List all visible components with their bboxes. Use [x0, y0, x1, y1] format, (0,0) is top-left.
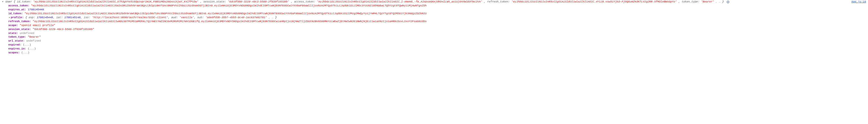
property-key: access_token: [8, 4, 28, 7]
preview-value: 'Bearer': [701, 0, 714, 3]
preview-key: id_token: [17, 0, 30, 3]
chevron-right-icon[interactable]: [8, 16, 11, 20]
property-row[interactable]: refresh_token: "eyJhbGciOiJIUzI1NiIsInR5…: [8, 20, 868, 24]
preview-ellipsis: , …: [716, 0, 721, 3]
property-value: "eyJhbGciOiJSUzI1NiIsInR5cCIgOiAiSldUIiw…: [25, 12, 427, 15]
property-value: undefined: [26, 40, 41, 42]
property-key: profile: [11, 16, 22, 19]
preview-pair: access_token: 'eyJhbGciOiJSUzI1NiIsInR5c…: [294, 0, 484, 3]
property-key: token_type: [8, 35, 25, 39]
property-value: "eyJhbGciOiJSUzI1NiIsInR5cCIgOiAiSldUIiw…: [31, 4, 427, 7]
property-row[interactable]: scope: "openid email profile": [8, 24, 868, 28]
preview-value: 'eyJhbGciOiJSUzI1NiIsInR5cCIgOiAiSldUIiw…: [33, 0, 198, 3]
property-key: session_state: [8, 28, 29, 31]
property-row[interactable]: access_token: "eyJhbGciOiJSUzI1NiIsInR5c…: [8, 4, 868, 8]
preview-key: session_state: [204, 0, 224, 3]
console-log: User { id_token: 'eyJhbGciOiJSUzI1NiIsIn…: [0, 0, 868, 55]
lazy-getter[interactable]: (...): [21, 51, 29, 54]
preview-value: '6dc0fd00-3229-49c3-b500-2f839f16538b': [228, 0, 289, 3]
property-value: "6dc0fd00-3229-49c3-b500-2f839f16538b": [33, 28, 94, 31]
lazy-getter[interactable]: (...): [23, 43, 31, 46]
property-key: expired: [8, 43, 20, 46]
info-icon[interactable]: i: [726, 0, 730, 3]
lazy-getter[interactable]: (...): [28, 47, 36, 50]
property-key: scopes: [8, 51, 18, 54]
brace-open: {: [14, 0, 16, 3]
property-key: id_token: [8, 12, 21, 15]
property-key: expires_in: [8, 47, 25, 50]
preview-key: token_type: [682, 0, 698, 3]
source-link[interactable]: App.js:18: [851, 0, 866, 3]
preview-key: access_token: [294, 0, 314, 3]
object-preview: { exp: 1706145448, iat: 1706145148, iss:…: [25, 16, 277, 19]
property-value: "Bearer": [28, 35, 41, 39]
property-row[interactable]: state: undefined: [8, 31, 868, 35]
property-row[interactable]: id_token: "eyJhbGciOiJSUzI1NiIsInR5cCIgO…: [8, 12, 868, 16]
object-class-name: User: [6, 0, 12, 3]
property-row[interactable]: token_type: "Bearer": [8, 35, 868, 39]
object-properties: access_token: "eyJhbGciOiJSUzI1NiIsInR5c…: [8, 4, 868, 55]
property-value: "openid email profile": [20, 24, 55, 27]
preview-pair: token_type: 'Bearer': [682, 0, 716, 3]
preview-pair: refresh_token: 'eyJhbGciOiJIUzI1NiIsInR5…: [487, 0, 678, 3]
property-key: scope: [8, 24, 17, 27]
property-row[interactable]: expired: (...): [8, 43, 868, 47]
log-source: App.js:18: [851, 0, 868, 4]
property-value: 1706145448: [28, 8, 44, 11]
property-row[interactable]: url_state: undefined: [8, 39, 868, 43]
property-value: "eyJhbGciOiJIUzI1NiIsInR5cCIgOiAiSldUIiw…: [33, 20, 427, 23]
chevron-down-icon[interactable]: [1, 0, 4, 4]
preview-key: refresh_token: [487, 0, 508, 3]
property-key: url_state: [8, 40, 23, 42]
brace-close: }: [722, 0, 724, 3]
property-row[interactable]: expires_in: (...): [8, 47, 868, 51]
preview-pair: id_token: 'eyJhbGciOiJSUzI1NiIsInR5cCIgO…: [17, 0, 200, 3]
log-body[interactable]: User { id_token: 'eyJhbGciOiJSUzI1NiIsIn…: [1, 0, 851, 4]
log-row: User { id_token: 'eyJhbGciOiJSUzI1NiIsIn…: [1, 0, 868, 4]
property-key: refresh_token: [8, 20, 29, 23]
property-key: state: [8, 32, 17, 35]
property-row[interactable]: session_state: "6dc0fd00-3229-49c3-b500-…: [8, 28, 868, 31]
property-row[interactable]: scopes: (...): [8, 51, 868, 55]
preview-value: 'eyJhbGciOiJIUzI1NiIsInR5cCIgOiAiSldUIiw…: [512, 0, 677, 3]
property-key: expires_at: [8, 8, 25, 11]
property-row[interactable]: expires_at: 1706145448: [8, 8, 868, 12]
preview-value: 'eyJhbGciOiJSUzI1NiIsInR5cCIgOiAiSldUIiw…: [317, 0, 482, 3]
property-value: undefined: [20, 32, 34, 35]
property-row-profile[interactable]: profile: { exp: 1706145448, iat: 1706145…: [8, 16, 868, 20]
preview-pair: session_state: '6dc0fd00-3229-49c3-b500-…: [204, 0, 291, 3]
